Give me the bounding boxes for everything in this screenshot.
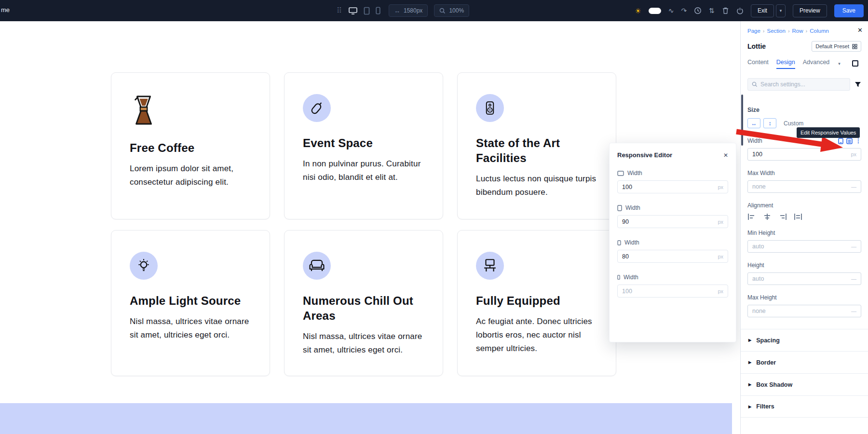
preview-button[interactable]: Preview [793,4,827,17]
tab-content[interactable]: Content [747,59,769,68]
exit-button[interactable]: Exit [751,4,774,17]
preset-label: Default Preset [815,43,849,49]
max-height-label: Max Height [747,294,777,301]
expand-triangle-icon: ▶ [748,382,751,387]
width-field[interactable]: px [747,148,861,161]
preset-icon [852,44,857,49]
settings-search[interactable] [747,78,850,91]
breadcrumb-column[interactable]: Column [810,28,829,34]
topbar-right-controls: ☀ ∿ ↷ ⇅ Exit ▾ Preview Save [635,0,864,21]
width-field-phone[interactable]: px [617,285,728,298]
width-input-tablet[interactable] [622,218,718,225]
panel-close-icon[interactable]: ✕ [857,27,863,34]
phone-landscape-breakpoint-icon [617,240,621,245]
section-box-shadow[interactable]: ▶ Box Shadow [741,373,868,395]
revisions-wave-icon[interactable]: ∿ [668,7,674,14]
max-width-input[interactable] [752,183,851,190]
save-button[interactable]: Save [834,4,864,17]
card-title: Free Coffee [130,140,253,155]
filter-funnel-icon[interactable] [854,81,861,87]
width-input[interactable] [752,151,851,158]
align-center-icon[interactable] [763,213,772,220]
tabs-caret-icon[interactable]: ▾ [838,61,841,66]
width-input-phone[interactable] [622,288,718,295]
card-fully-equipped[interactable]: Fully Equipped Ac feugiat ante. Donec ul… [457,230,616,376]
breadcrumb-section[interactable]: Section [767,28,786,34]
card-title: Numerous Chill Out Areas [303,293,426,323]
align-right-icon[interactable] [778,213,787,220]
zoom-control[interactable]: 100% [434,4,469,17]
desktop-breakpoint-icon [617,171,624,176]
height-input[interactable] [752,275,851,282]
history-clock-icon[interactable] [694,7,702,14]
page-title: me [1,6,10,14]
align-left-icon[interactable] [747,213,756,220]
redo-icon[interactable]: ↷ [681,7,687,14]
card-body: Ac feugiat ante. Donec ultricies loborti… [476,315,602,355]
element-outline-icon[interactable] [852,60,858,67]
panel-tabs: Content Design Advanced ▾ [747,59,861,68]
unit-label: px [851,151,856,157]
size-height-mode-button[interactable]: ↕ [763,118,776,128]
breadcrumb-page[interactable]: Page [747,28,760,34]
min-height-field[interactable]: — [747,240,861,253]
theme-toggle[interactable] [649,8,661,14]
breadcrumb: Page › Section › Row › Column [747,28,861,34]
tablet-device-icon[interactable] [364,7,370,15]
light-mode-icon[interactable]: ☀ [635,7,641,14]
size-custom-label[interactable]: Custom [784,120,803,127]
width-arrows-icon: ↔ [394,7,400,14]
align-stretch-icon[interactable] [794,213,802,220]
card-body: In non pulvinar purus. Curabitur nisi od… [303,157,429,184]
field-label: Width [625,204,640,211]
chevron-icon: › [806,28,808,34]
section-label: Border [756,359,776,366]
tab-design[interactable]: Design [776,59,795,69]
min-height-input[interactable] [752,243,851,250]
desktop-device-icon[interactable] [348,7,358,15]
default-preset-button[interactable]: Default Preset [812,41,861,52]
mobile-device-icon[interactable] [376,7,380,14]
canvas-section-band[interactable] [0,403,732,434]
sort-arrows-icon[interactable]: ⇅ [709,7,715,14]
card-chill-out[interactable]: Numerous Chill Out Areas Nisl massa, ult… [284,230,443,376]
width-input-desktop[interactable] [622,184,718,190]
max-height-field[interactable]: — [747,305,861,317]
exit-dropdown-caret[interactable]: ▾ [776,4,786,17]
section-label: Filters [756,403,774,410]
presets-stack-icon[interactable] [846,138,853,144]
section-spacing[interactable]: ▶ Spacing [741,329,868,351]
max-width-field[interactable]: — [747,180,861,193]
width-input-phone-landscape[interactable] [622,253,718,260]
canvas-width-control[interactable]: ↔ 1580px [389,4,428,17]
device-switcher [348,7,380,15]
width-field-tablet[interactable]: px [617,215,728,228]
card-state-of-the-art[interactable]: State of the Art Facilities Luctus lectu… [457,72,616,219]
chevron-icon: › [788,28,790,34]
panel-scrollbar[interactable] [741,95,743,146]
section-filters[interactable]: ▶ Filters [741,395,868,418]
tab-advanced[interactable]: Advanced [803,59,830,68]
settings-search-input[interactable] [760,81,846,88]
breadcrumb-row[interactable]: Row [792,28,803,34]
trash-icon[interactable] [722,7,729,14]
card-body: Nisl massa, ultrices vitae ornare sit am… [130,315,256,342]
responsive-device-icon[interactable] [838,138,843,144]
min-height-label: Min Height [747,230,775,236]
card-ample-light[interactable]: Ample Light Source Nisl massa, ultrices … [111,230,270,376]
size-width-mode-button[interactable]: ↔ [747,118,760,128]
card-event-space[interactable]: Event Space In non pulvinar purus. Curab… [284,72,443,219]
unit-label: — [851,244,856,249]
card-free-coffee[interactable]: Free Coffee Lorem ipsum dolor sit amet, … [111,72,270,219]
section-border[interactable]: ▶ Border [741,351,868,373]
search-icon [752,81,758,87]
size-section-title: Size [747,107,861,113]
width-field-desktop[interactable]: px [617,180,728,193]
drag-handle-icon[interactable]: ⠿ [337,6,342,15]
height-field[interactable]: — [747,272,861,285]
kebab-menu-icon[interactable]: ⋮ [855,137,861,144]
power-icon[interactable] [736,7,744,14]
popup-close-icon[interactable]: ✕ [723,152,728,159]
width-field-phone-landscape[interactable]: px [617,250,728,263]
max-height-input[interactable] [752,308,851,314]
